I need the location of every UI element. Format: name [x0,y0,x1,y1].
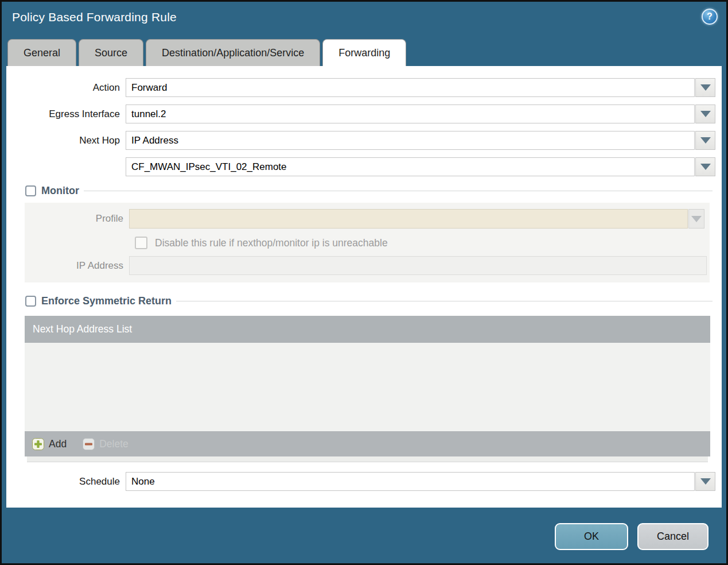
disable-rule-checkbox [135,237,147,249]
profile-row: Profile [25,209,710,229]
cancel-button[interactable]: Cancel [637,523,708,550]
next-hop-combobox: IP Address [126,131,715,150]
profile-dropdown-button [688,209,704,229]
monitor-group-title: Monitor [37,185,84,197]
plus-icon [32,438,44,450]
profile-field [129,209,688,229]
table-scroll-strip [27,456,708,462]
schedule-row: Schedule None [6,472,722,491]
delete-button-label: Delete [99,438,129,450]
chevron-down-icon [691,216,702,222]
schedule-label: Schedule [6,472,126,491]
next-hop-value[interactable]: IP Address [126,131,695,150]
egress-interface-value[interactable]: tunnel.2 [126,105,695,123]
tab-destination-application-service[interactable]: Destination/Application/Service [146,39,320,66]
minus-icon [83,438,95,450]
ok-button[interactable]: OK [555,523,628,550]
monitor-ip-row: IP Address [25,256,710,276]
table-body[interactable] [25,343,710,431]
enforce-checkbox-wrap [22,296,37,307]
delete-button: Delete [83,438,129,450]
add-button-label: Add [49,438,67,450]
monitor-panel: Profile Disable this rule if nexthop/mon… [25,203,710,282]
action-row: Action Forward [6,78,722,97]
next-hop-address-combobox: CF_MWAN_IPsec_VTI_02_Remote [126,157,715,176]
next-hop-address-row: CF_MWAN_IPsec_VTI_02_Remote [6,157,722,176]
next-hop-address-list-table: Next Hop Address List Add Dele [25,316,710,462]
table-header-next-hop-address-list[interactable]: Next Hop Address List [25,316,710,343]
next-hop-address-value[interactable]: CF_MWAN_IPsec_VTI_02_Remote [126,157,695,176]
enforce-symmetric-return-group: Enforce Symmetric Return Next Hop Addres… [22,294,713,462]
table-toolbar: Add Delete [25,431,710,456]
action-value[interactable]: Forward [126,78,695,97]
add-button[interactable]: Add [32,438,67,450]
schedule-value[interactable]: None [126,472,695,491]
schedule-dropdown-button[interactable] [695,472,715,491]
tab-general[interactable]: General [7,39,76,66]
disable-rule-label: Disable this rule if nexthop/monitor ip … [155,237,388,249]
egress-interface-label: Egress Interface [6,105,126,123]
monitor-checkbox[interactable] [25,185,36,196]
help-icon[interactable]: ? [702,9,718,25]
chevron-down-icon [700,84,711,91]
monitor-ip-label: IP Address [25,256,129,276]
schedule-combobox: None [126,472,715,491]
tab-source[interactable]: Source [79,39,143,66]
chevron-down-icon [700,137,711,144]
monitor-group-header: Monitor [22,184,713,198]
chevron-down-icon [700,478,711,485]
next-hop-address-dropdown-button[interactable] [695,157,715,176]
tab-panel-forwarding: Action Forward Egress Interface tunnel.2… [6,66,722,508]
action-combobox: Forward [126,78,715,97]
tab-forwarding[interactable]: Forwarding [322,39,406,66]
action-dropdown-button[interactable] [695,78,715,97]
dialog-titlebar: Policy Based Forwarding Rule ? [2,2,726,39]
enforce-group-title: Enforce Symmetric Return [37,295,176,307]
egress-interface-combobox: tunnel.2 [126,105,715,123]
profile-label: Profile [25,209,129,229]
monitor-group: Monitor Profile Disable this rule if nex… [22,184,713,282]
next-hop-dropdown-button[interactable] [695,131,715,150]
enforce-group-header: Enforce Symmetric Return [22,294,713,308]
monitor-checkbox-wrap [22,185,37,196]
next-hop-row: Next Hop IP Address [6,131,722,150]
tab-bar: General Source Destination/Application/S… [2,39,726,66]
chevron-down-icon [700,111,711,117]
next-hop-address-spacer [6,157,126,176]
egress-interface-row: Egress Interface tunnel.2 [6,105,722,123]
egress-interface-dropdown-button[interactable] [695,105,715,123]
dialog-footer: OK Cancel [2,508,726,550]
chevron-down-icon [700,164,711,170]
next-hop-label: Next Hop [6,131,126,150]
dialog-title: Policy Based Forwarding Rule [12,10,177,24]
enforce-symmetric-return-checkbox[interactable] [25,296,36,307]
disable-rule-row: Disable this rule if nexthop/monitor ip … [135,237,710,249]
monitor-ip-field [129,256,707,275]
action-label: Action [6,78,126,97]
